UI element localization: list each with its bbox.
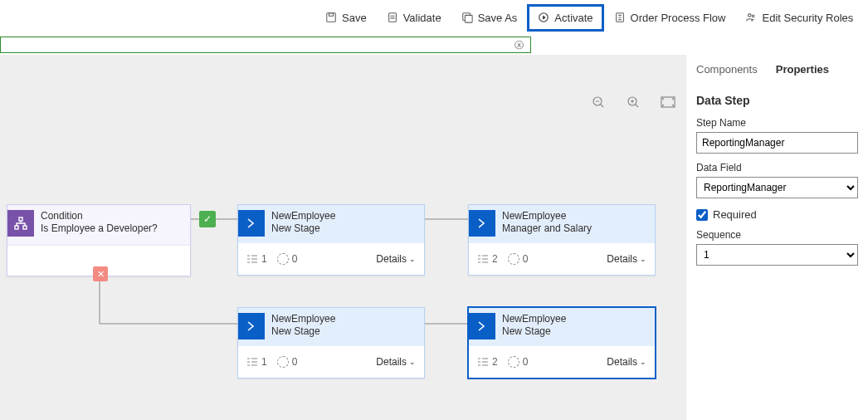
required-checkbox[interactable] bbox=[696, 209, 708, 221]
steps-icon bbox=[246, 356, 258, 368]
steps-count: 2 bbox=[492, 356, 498, 368]
orderflow-button[interactable]: Order Process Flow bbox=[604, 5, 736, 31]
toolbar: Save Validate Save As Activate Order Pro… bbox=[0, 0, 868, 35]
details-toggle[interactable]: Details⌄ bbox=[376, 356, 416, 368]
validate-label: Validate bbox=[403, 12, 441, 24]
stage-entity: NewEmployee bbox=[502, 210, 592, 222]
close-icon[interactable]: ⓧ bbox=[514, 39, 524, 51]
saveas-label: Save As bbox=[478, 12, 518, 24]
stage-icon bbox=[238, 210, 265, 237]
stage-name: New Stage bbox=[502, 325, 566, 337]
sequence-label: Sequence bbox=[696, 229, 858, 241]
tab-components[interactable]: Components bbox=[696, 63, 758, 79]
details-toggle[interactable]: Details⌄ bbox=[376, 253, 416, 265]
steps-count: 1 bbox=[261, 356, 267, 368]
svg-rect-0 bbox=[327, 13, 336, 22]
save-icon bbox=[325, 12, 337, 23]
stage-name: New Stage bbox=[271, 325, 335, 337]
chevron-down-icon: ⌄ bbox=[640, 358, 646, 366]
steps-icon bbox=[477, 356, 489, 368]
sequence-select[interactable]: 1 bbox=[696, 244, 858, 266]
stage-node-selected[interactable]: NewEmployee New Stage 2 0 Details⌄ bbox=[468, 307, 656, 378]
notification-bar: ⓧ bbox=[0, 37, 531, 53]
datafield-select[interactable]: ReportingManager bbox=[696, 177, 858, 198]
chevron-down-icon: ⌄ bbox=[409, 358, 416, 366]
steps-count: 1 bbox=[261, 253, 267, 265]
properties-panel: Components Properties Data Step Step Nam… bbox=[685, 55, 868, 420]
condition-header: Condition Is Employee a Developer? bbox=[7, 205, 190, 246]
orderflow-icon bbox=[614, 12, 626, 23]
zoom-in-icon[interactable] bbox=[626, 95, 641, 110]
svg-point-8 bbox=[753, 15, 755, 17]
activate-button[interactable]: Activate bbox=[527, 4, 603, 32]
saveas-icon bbox=[461, 12, 473, 23]
svg-rect-1 bbox=[329, 13, 333, 17]
condition-node[interactable]: Condition Is Employee a Developer? bbox=[7, 204, 191, 276]
tab-properties[interactable]: Properties bbox=[776, 63, 829, 79]
stage-icon bbox=[469, 210, 495, 237]
steps-count: 2 bbox=[492, 253, 498, 265]
condition-title: Condition bbox=[41, 210, 158, 222]
condition-subtitle: Is Employee a Developer? bbox=[41, 222, 158, 234]
guides-icon bbox=[277, 356, 289, 368]
svg-rect-19 bbox=[15, 226, 18, 229]
guides-count: 0 bbox=[523, 253, 529, 265]
panel-section-title: Data Step bbox=[696, 94, 858, 107]
condition-fail-icon: ✕ bbox=[93, 266, 108, 281]
svg-rect-4 bbox=[465, 15, 472, 22]
guides-icon bbox=[277, 253, 289, 265]
stage-node[interactable]: NewEmployee New Stage 1 0 Details⌄ bbox=[237, 204, 425, 276]
details-toggle[interactable]: Details⌄ bbox=[607, 253, 646, 265]
datafield-label: Data Field bbox=[696, 162, 858, 173]
stepname-input[interactable] bbox=[696, 132, 858, 154]
condition-icon bbox=[7, 210, 34, 237]
stage-entity: NewEmployee bbox=[271, 313, 335, 325]
activate-icon bbox=[538, 12, 549, 23]
stage-node[interactable]: NewEmployee Manager and Salary 2 0 Detai… bbox=[468, 204, 656, 276]
save-button[interactable]: Save bbox=[315, 5, 377, 31]
svg-rect-20 bbox=[23, 226, 27, 229]
stage-entity: NewEmployee bbox=[271, 210, 335, 222]
guides-icon bbox=[508, 356, 519, 368]
condition-pass-icon: ✓ bbox=[199, 211, 216, 227]
chevron-down-icon: ⌄ bbox=[640, 255, 646, 263]
save-label: Save bbox=[342, 12, 367, 24]
editroles-icon bbox=[745, 12, 757, 23]
fit-screen-icon[interactable] bbox=[661, 95, 675, 110]
stage-entity: NewEmployee bbox=[502, 313, 566, 325]
validate-icon bbox=[387, 12, 398, 23]
stage-name: Manager and Salary bbox=[502, 222, 592, 234]
steps-icon bbox=[477, 253, 489, 265]
details-toggle[interactable]: Details⌄ bbox=[607, 356, 646, 368]
stage-icon bbox=[238, 313, 265, 339]
guides-icon bbox=[508, 253, 519, 265]
stepname-label: Step Name bbox=[696, 117, 858, 129]
editroles-label: Edit Security Roles bbox=[762, 12, 853, 24]
activate-label: Activate bbox=[554, 12, 592, 24]
panel-tabs: Components Properties bbox=[696, 63, 858, 79]
svg-point-7 bbox=[749, 14, 752, 17]
guides-count: 0 bbox=[523, 356, 529, 368]
main-canvas-area: Condition Is Employee a Developer? ✓ ✕ N… bbox=[0, 55, 868, 420]
validate-button[interactable]: Validate bbox=[377, 5, 451, 31]
required-label: Required bbox=[713, 208, 757, 221]
steps-icon bbox=[246, 253, 258, 265]
guides-count: 0 bbox=[292, 253, 298, 265]
svg-rect-18 bbox=[19, 217, 22, 221]
stage-node[interactable]: NewEmployee New Stage 1 0 Details⌄ bbox=[237, 307, 425, 378]
saveas-button[interactable]: Save As bbox=[451, 5, 528, 31]
editroles-button[interactable]: Edit Security Roles bbox=[735, 5, 863, 31]
guides-count: 0 bbox=[292, 356, 298, 368]
stage-name: New Stage bbox=[271, 222, 335, 234]
zoom-out-icon[interactable] bbox=[591, 95, 606, 110]
svg-rect-2 bbox=[388, 13, 396, 22]
help-button[interactable]: Help ▾ bbox=[863, 5, 868, 31]
stage-icon bbox=[469, 313, 495, 339]
chevron-down-icon: ⌄ bbox=[409, 255, 416, 263]
canvas-tools bbox=[591, 95, 675, 110]
orderflow-label: Order Process Flow bbox=[631, 12, 726, 24]
